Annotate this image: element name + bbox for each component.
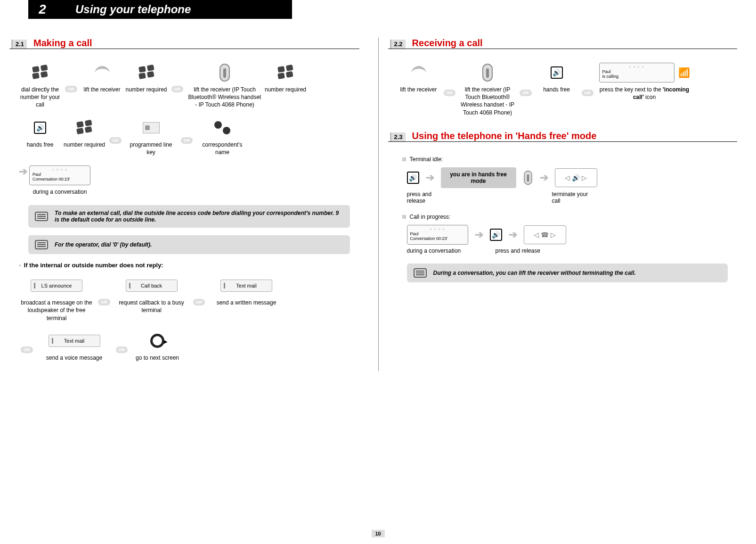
arrow-icon: ➔ xyxy=(475,229,483,241)
progress-flow: ∩ ∩ ∩ ∩ Paul Conversation 00:23' ➔ ➔ ◁ ☎… xyxy=(407,225,738,245)
arrow-icon: ➔ xyxy=(509,229,517,241)
arrow-icon: ➔ xyxy=(540,172,548,184)
bullet-icon xyxy=(402,157,406,161)
lcd-screen: ∩ ∩ ∩ ∩ Paul Conversation 00:23' xyxy=(29,165,90,185)
conversation-display: ➔ ∩ ∩ ∩ ∩ Paul Conversation 00:23' durin… xyxy=(9,165,359,196)
bluetooth-handset-icon xyxy=(219,64,230,82)
note-icon xyxy=(35,240,48,249)
speaker-icon xyxy=(407,172,419,184)
receiving-call-row: lift the receiver OR lift the receiver (… xyxy=(388,63,738,116)
lcd-screen: ∩ ∩ ∩ ∩ Paul Conversation 00:23' xyxy=(407,225,468,245)
section-number: 2.1 xyxy=(11,40,27,49)
bullet-icon xyxy=(402,215,406,219)
note-handsfree: During a conversation, you can lift the … xyxy=(407,264,728,282)
keypad-icon xyxy=(76,121,93,135)
note-icon xyxy=(414,268,427,278)
keypad-icon xyxy=(138,66,155,80)
nav-ring-icon xyxy=(150,334,164,348)
softkey-text-mail: Text mail xyxy=(220,280,272,292)
making-call-row-2: hands free number required OR programmed… xyxy=(9,118,359,156)
softkey-text-mail-2: Text mail xyxy=(49,335,100,347)
speaker-icon xyxy=(490,229,502,241)
arrow-icon: ➔ xyxy=(19,165,27,178)
no-reply-row-1: LS announce broadcast a message on the l… xyxy=(9,276,359,322)
section-2-2-header: 2.2 Receiving a call xyxy=(388,38,738,49)
or-badge: OR xyxy=(65,86,77,92)
line-key-icon xyxy=(143,122,160,133)
making-call-row-1: dial directly the number for your call O… xyxy=(9,63,359,109)
chapter-number: 2 xyxy=(28,0,57,19)
call-in-progress-label: Call in progress: xyxy=(402,214,738,220)
note-icon xyxy=(35,212,48,221)
handset-icon xyxy=(411,66,426,79)
arrow-icon: ➔ xyxy=(426,172,434,184)
note-operator: For the operator, dial '0' (by default). xyxy=(28,235,350,254)
keypad-icon xyxy=(32,66,49,80)
bluetooth-handset-icon xyxy=(482,64,493,82)
section-title: Making a call xyxy=(33,38,92,49)
idle-flow: ➔ you are in hands free mode ➔ ◁ 🔊 ▷ xyxy=(407,167,738,188)
caption: dial directly the number for your call xyxy=(19,86,61,109)
display-box: ◁ ☎ ▷ xyxy=(524,225,566,244)
signal-icon: 📶 xyxy=(678,67,690,78)
speaker-icon xyxy=(34,122,46,134)
section-2-3-header: 2.3 Using the telephone in 'Hands free' … xyxy=(388,131,738,142)
softkey-call-back: Call back xyxy=(126,280,178,292)
keypad-icon xyxy=(277,66,294,80)
section-2-1-header: 2.1 Making a call xyxy=(9,38,359,49)
no-reply-heading: If the internal or outside number does n… xyxy=(19,262,359,269)
right-column: 2.2 Receiving a call lift the receiver O… xyxy=(378,38,756,371)
handset-icon xyxy=(524,171,532,185)
terminal-idle-label: Terminal idle: xyxy=(402,156,738,163)
softkey-ls-announce: LS announce xyxy=(31,280,82,292)
page-number: 10 xyxy=(371,530,384,537)
lcd-screen: ∩ ∩ ∩ ∩ Paul is calling xyxy=(599,63,675,82)
name-keys-icon xyxy=(214,121,230,134)
chapter-title: Using your telephone xyxy=(57,0,292,19)
no-reply-row-2: OR Text mail send a voice message OR go … xyxy=(9,331,359,362)
chapter-header: 2 Using your telephone xyxy=(28,0,756,19)
press-key-caption: press the key next to the 'incoming call… xyxy=(597,86,691,101)
note-external-call: To make an external call, dial the outsi… xyxy=(28,205,350,228)
display-box: ◁ 🔊 ▷ xyxy=(555,168,597,187)
left-column: 2.1 Making a call dial directly the numb… xyxy=(0,38,378,371)
speaker-icon xyxy=(551,66,563,79)
status-box: you are in hands free mode xyxy=(441,167,516,188)
handset-icon xyxy=(95,66,110,79)
